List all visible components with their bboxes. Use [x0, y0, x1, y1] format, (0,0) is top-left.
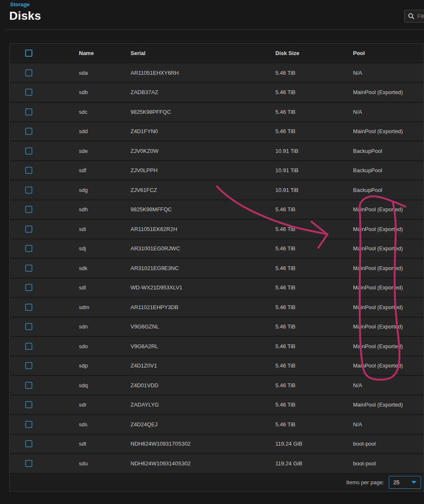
- table-row: sds Z4D24QEJ 5.46 TiB N/A: [10, 414, 424, 434]
- disk-name: sdi: [79, 226, 131, 232]
- row-checkbox[interactable]: [25, 421, 32, 428]
- disk-name: sdq: [79, 382, 131, 388]
- disk-name: sdu: [79, 460, 131, 467]
- disk-serial: AR31021EG9E3NC: [131, 265, 275, 271]
- table-row: sda AR11051EHXY6RH 5.46 TiB N/A: [10, 63, 424, 82]
- row-checkbox[interactable]: [25, 265, 32, 272]
- column-header-disk-size[interactable]: Disk Size: [275, 50, 353, 56]
- disk-serial: AR11021EHPY3DB: [131, 304, 275, 310]
- disk-name: sdg: [79, 187, 131, 193]
- page-header: Storage Disks: [0, 0, 424, 30]
- row-checkbox[interactable]: [25, 69, 32, 76]
- disk-size: 5.46 TiB: [275, 109, 353, 115]
- disk-pool: boot-pool: [353, 441, 424, 447]
- disk-pool: boot-pool: [353, 460, 424, 467]
- disk-serial: NDH624W1093140S302: [131, 460, 275, 467]
- disk-pool: BackupPool: [353, 187, 424, 193]
- disk-size: 5.46 TiB: [275, 206, 353, 213]
- disk-serial: ZADB37AZ: [131, 89, 275, 95]
- table-row: sdj AR31001EG0RJWC 5.46 TiB MainPool (Ex…: [10, 239, 424, 258]
- disk-serial: ZJV61FCZ: [131, 187, 275, 193]
- column-header-pool[interactable]: Pool: [353, 50, 424, 56]
- table-row: sdf ZJV0LPPH 10.91 TiB BackupPool: [10, 160, 424, 180]
- table-row: sdq Z4D01VDD 5.46 TiB N/A: [10, 375, 424, 395]
- disk-size: 5.46 TiB: [275, 362, 353, 369]
- table-row: sdc 9825K98PFFQC 5.46 TiB N/A: [10, 102, 424, 121]
- table-row: sde ZJV0KZ0W 10.91 TiB BackupPool: [10, 141, 424, 160]
- row-checkbox[interactable]: [25, 304, 32, 311]
- disk-size: 10.91 TiB: [275, 187, 353, 193]
- disk-pool: MainPool (Exported): [353, 265, 424, 271]
- table-row: sdn V9G6GZNL 5.46 TiB MainPool (Exported…: [10, 317, 424, 336]
- disk-size: 5.46 TiB: [275, 382, 353, 388]
- disk-pool: N/A: [353, 382, 424, 388]
- disk-size: 5.46 TiB: [275, 89, 353, 95]
- row-checkbox[interactable]: [25, 245, 32, 252]
- row-checkbox[interactable]: [25, 382, 32, 389]
- disks-table: Name Serial Disk Size Pool sda AR11051EH…: [9, 43, 424, 492]
- disk-serial: Z4D24QEJ: [131, 421, 275, 428]
- disk-size: 5.46 TiB: [275, 304, 353, 310]
- row-checkbox[interactable]: [25, 284, 32, 291]
- row-checkbox[interactable]: [25, 186, 32, 194]
- disk-pool: N/A: [353, 109, 424, 115]
- disk-serial: ZJV0LPPH: [131, 167, 275, 173]
- row-checkbox[interactable]: [25, 362, 32, 369]
- disk-name: sde: [79, 148, 131, 154]
- disk-size: 5.46 TiB: [275, 421, 353, 428]
- disk-serial: Z4D01VDD: [131, 382, 275, 388]
- row-checkbox[interactable]: [25, 89, 32, 96]
- row-checkbox[interactable]: [25, 460, 32, 467]
- row-checkbox[interactable]: [25, 323, 32, 330]
- disk-serial: ZJV0KZ0W: [131, 148, 275, 154]
- disk-size: 5.46 TiB: [275, 128, 353, 134]
- disk-size: 5.46 TiB: [275, 226, 353, 232]
- row-checkbox[interactable]: [25, 147, 32, 155]
- column-header-name[interactable]: Name: [79, 50, 131, 56]
- chevron-down-icon: [411, 481, 416, 484]
- row-checkbox[interactable]: [25, 167, 32, 174]
- disk-name: sdl: [79, 284, 131, 291]
- row-checkbox[interactable]: [25, 343, 32, 350]
- disk-serial: WD-WX21D953XLV1: [131, 284, 275, 291]
- disk-size: 5.46 TiB: [275, 245, 353, 252]
- table-row: sdg ZJV61FCZ 10.91 TiB BackupPool: [10, 180, 424, 200]
- select-all-checkbox[interactable]: [25, 50, 32, 57]
- column-header-serial[interactable]: Serial: [131, 50, 275, 56]
- disk-serial: AR11051EHXY6RH: [131, 70, 275, 76]
- table-row: sdb ZADB37AZ 5.46 TiB MainPool (Exported…: [10, 82, 424, 102]
- disk-pool: MainPool (Exported): [353, 89, 424, 95]
- disk-name: sdc: [79, 109, 131, 115]
- items-per-page-select[interactable]: 25: [389, 476, 421, 489]
- search-icon: [408, 13, 414, 19]
- items-per-page-label: Items per page:: [346, 479, 384, 486]
- disk-name: sdo: [79, 343, 131, 349]
- row-checkbox[interactable]: [25, 128, 32, 135]
- disk-serial: Z4D1FYN0: [131, 128, 275, 134]
- filter-box[interactable]: [404, 10, 424, 23]
- row-checkbox[interactable]: [25, 206, 32, 213]
- disk-name: sdp: [79, 362, 131, 369]
- header-divider: [6, 29, 424, 30]
- disk-name: sds: [79, 421, 131, 428]
- disk-size: 5.46 TiB: [275, 323, 353, 330]
- row-checkbox[interactable]: [25, 401, 32, 408]
- disk-pool: MainPool (Exported): [353, 304, 424, 310]
- filter-input[interactable]: [417, 13, 424, 19]
- disk-serial: V9G6GZNL: [131, 323, 275, 330]
- disk-pool: MainPool (Exported): [353, 323, 424, 330]
- table-row: sdi AR11051EK62R2H 5.46 TiB MainPool (Ex…: [10, 219, 424, 239]
- disk-size: 5.46 TiB: [275, 265, 353, 271]
- disk-serial: Z4D1Z0V1: [131, 362, 275, 369]
- disk-pool: BackupPool: [353, 148, 424, 154]
- disk-pool: BackupPool: [353, 167, 424, 173]
- disk-name: sdk: [79, 265, 131, 271]
- disk-pool: MainPool (Exported): [353, 245, 424, 252]
- table-row: sdu NDH624W1093140S302 119.24 GiB boot-p…: [10, 453, 424, 473]
- disk-name: sdh: [79, 206, 131, 213]
- breadcrumb-storage[interactable]: Storage: [10, 2, 30, 8]
- row-checkbox[interactable]: [25, 226, 32, 233]
- row-checkbox[interactable]: [25, 108, 32, 116]
- disk-pool: MainPool (Exported): [353, 343, 424, 349]
- row-checkbox[interactable]: [25, 440, 32, 447]
